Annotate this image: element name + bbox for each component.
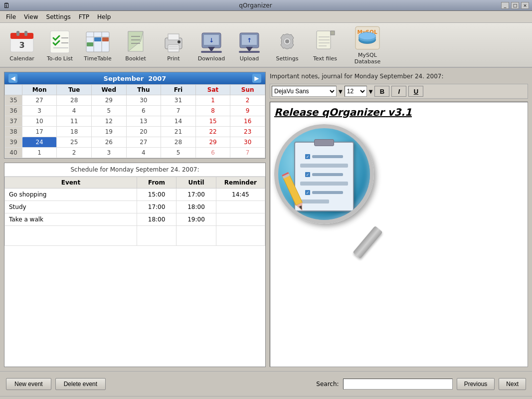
- thu-header: Thu: [126, 85, 161, 95]
- delete-event-button[interactable]: Delete event: [55, 378, 106, 390]
- cal-day[interactable]: 9: [230, 106, 265, 116]
- toolbar-timetable-button[interactable]: TimeTable: [80, 25, 116, 65]
- cal-day[interactable]: 30: [230, 137, 265, 148]
- cal-day[interactable]: 13: [126, 116, 161, 127]
- previous-button[interactable]: Previous: [457, 378, 495, 390]
- cal-day[interactable]: 6: [126, 106, 161, 116]
- cal-day[interactable]: 3: [22, 106, 57, 116]
- underline-button[interactable]: U: [408, 86, 423, 97]
- close-button[interactable]: ×: [521, 2, 529, 9]
- list-item[interactable]: Go shopping 15:00 17:00 14:45: [5, 189, 265, 201]
- bold-button[interactable]: B: [374, 86, 389, 97]
- cal-day[interactable]: 14: [161, 116, 196, 127]
- notes-heading: Release qOrganizer v3.1: [274, 106, 412, 118]
- font-size-select[interactable]: 12: [345, 86, 367, 97]
- menu-ftp[interactable]: FTP: [75, 12, 93, 21]
- minimize-button[interactable]: _: [501, 2, 509, 9]
- list-item[interactable]: Take a walk 18:00 19:00: [5, 213, 265, 226]
- cal-day[interactable]: 12: [91, 116, 126, 127]
- cal-day[interactable]: 22: [195, 127, 230, 137]
- cal-day[interactable]: 7: [161, 106, 196, 116]
- svg-rect-23: [168, 45, 179, 52]
- cal-day[interactable]: 11: [57, 116, 92, 127]
- italic-button[interactable]: I: [391, 86, 406, 97]
- settings-icon: [274, 28, 300, 54]
- cal-day[interactable]: 3: [91, 148, 126, 158]
- cal-day[interactable]: 25: [57, 137, 92, 148]
- svg-text:↑: ↑: [247, 37, 252, 44]
- search-input[interactable]: [343, 379, 453, 390]
- calendar-next-button[interactable]: ▶: [252, 74, 261, 83]
- table-row: 37 10 11 12 13 14 15 16: [5, 116, 265, 127]
- menu-settings[interactable]: Settings: [42, 12, 75, 21]
- cal-day[interactable]: 23: [230, 127, 265, 137]
- toolbar-booklet-button[interactable]: Booklet: [118, 25, 154, 65]
- cal-day[interactable]: 6: [195, 148, 230, 158]
- toolbar-textfiles-button[interactable]: Text files: [307, 25, 343, 65]
- cal-day[interactable]: 7: [230, 148, 265, 158]
- cal-day[interactable]: 5: [91, 106, 126, 116]
- toolbar-print-button[interactable]: Print: [156, 25, 191, 65]
- print-icon: [161, 28, 186, 54]
- booklet-icon: [123, 28, 149, 54]
- week-number: 36: [5, 106, 22, 116]
- cal-day[interactable]: 18: [57, 127, 92, 137]
- right-panel: Important notes, journal for Monday Sept…: [270, 72, 528, 367]
- svg-point-38: [285, 39, 289, 43]
- next-button[interactable]: Next: [499, 378, 526, 390]
- toolbar-upload-button[interactable]: ↑ Upload: [231, 25, 267, 65]
- toolbar-mysql-button[interactable]: MySQL MySQL Database: [345, 25, 390, 65]
- cal-day[interactable]: 28: [161, 137, 196, 148]
- cal-day[interactable]: 19: [91, 127, 126, 137]
- upload-icon: ↑: [236, 28, 262, 54]
- cal-day[interactable]: 1: [195, 95, 230, 106]
- magnifier-glass: ✓ ✓ ✓: [274, 124, 374, 224]
- font-size-arrow: ▼: [369, 89, 373, 94]
- cal-day[interactable]: 4: [57, 106, 92, 116]
- toolbar-todo-label: To-do List: [47, 55, 73, 62]
- check-line: [312, 173, 343, 176]
- event-until: 19:00: [177, 213, 216, 226]
- cal-day[interactable]: 26: [91, 137, 126, 148]
- menu-view[interactable]: View: [20, 12, 42, 21]
- until-header: Until: [177, 177, 216, 189]
- cal-day[interactable]: 8: [195, 106, 230, 116]
- window-controls[interactable]: _ □ ×: [501, 2, 529, 9]
- cal-day[interactable]: 28: [57, 95, 92, 106]
- search-label: Search:: [316, 381, 339, 388]
- cal-day[interactable]: 21: [161, 127, 196, 137]
- maximize-button[interactable]: □: [511, 2, 519, 9]
- cal-day[interactable]: 4: [126, 148, 161, 158]
- cal-day[interactable]: 2: [57, 148, 92, 158]
- schedule-title: Schedule for Monday September 24. 2007:: [4, 163, 265, 177]
- cal-day[interactable]: 29: [195, 137, 230, 148]
- cal-day[interactable]: 16: [230, 116, 265, 127]
- cal-day[interactable]: 1: [22, 148, 57, 158]
- cal-day[interactable]: 10: [22, 116, 57, 127]
- cal-day[interactable]: 5: [161, 148, 196, 158]
- list-item[interactable]: Study 17:00 18:00: [5, 201, 265, 213]
- cal-day[interactable]: 20: [126, 127, 161, 137]
- cal-day[interactable]: 17: [22, 127, 57, 137]
- new-event-button[interactable]: New event: [6, 378, 51, 390]
- calendar-prev-button[interactable]: ◀: [8, 74, 17, 83]
- notes-toolbar: DejaVu Sans ▼ 12 ▼ B I U: [270, 84, 528, 99]
- cal-day[interactable]: 30: [126, 95, 161, 106]
- toolbar-calendar-button[interactable]: 3 Calendar: [4, 25, 40, 65]
- cal-day[interactable]: 27: [22, 95, 57, 106]
- fri-header: Fri: [161, 85, 196, 95]
- notes-content[interactable]: Release qOrganizer v3.1 ✓: [270, 102, 528, 367]
- cal-day[interactable]: 2: [230, 95, 265, 106]
- cal-day[interactable]: 15: [195, 116, 230, 127]
- toolbar-settings-button[interactable]: Settings: [269, 25, 305, 65]
- cal-day-today[interactable]: 24: [22, 137, 57, 148]
- menu-file[interactable]: File: [2, 12, 20, 21]
- cal-day[interactable]: 31: [161, 95, 196, 106]
- menu-help[interactable]: Help: [93, 12, 115, 21]
- cal-day[interactable]: 29: [91, 95, 126, 106]
- toolbar-download-button[interactable]: ↓ Download: [193, 25, 229, 65]
- menubar: File View Settings FTP Help: [0, 11, 532, 23]
- font-family-select[interactable]: DejaVu Sans: [272, 86, 337, 97]
- toolbar-todo-button[interactable]: To-do List: [42, 25, 78, 65]
- cal-day[interactable]: 27: [126, 137, 161, 148]
